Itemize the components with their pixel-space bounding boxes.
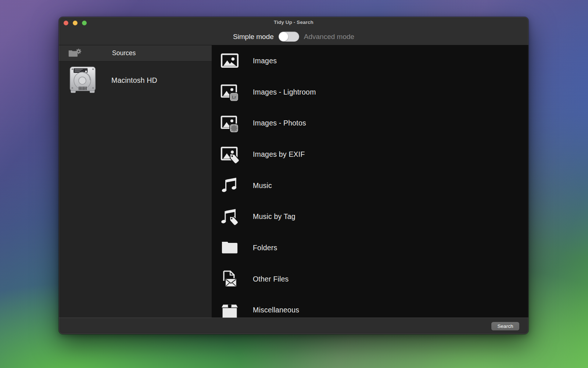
sources-list: Macintosh HD [59, 61, 212, 99]
sources-header: Sources [59, 45, 212, 61]
app-window: Tidy Up - Search Simple mode Advanced mo… [59, 17, 528, 334]
toggle-knob [279, 32, 288, 41]
other-files-icon [220, 269, 240, 289]
images-exif-icon [220, 144, 240, 164]
content-area: Sources Macintosh HD Images Images - Lig… [59, 45, 528, 318]
search-type-label: Folders [253, 244, 277, 252]
folder-gear-icon [68, 49, 81, 58]
search-type-images-lightroom[interactable]: Images - Lightroom [212, 77, 528, 108]
footer-bar: Search [59, 318, 528, 334]
simple-mode-label: Simple mode [233, 33, 274, 41]
search-type-label: Images - Photos [253, 119, 306, 127]
search-type-label: Other Files [253, 275, 289, 283]
sidebar-item-macintosh-hd[interactable]: Macintosh HD [59, 61, 212, 99]
search-type-music-by-tag[interactable]: Music by Tag [212, 201, 528, 232]
sources-label: Sources [112, 49, 136, 57]
search-type-label: Images [253, 57, 277, 65]
images-photos-icon [220, 113, 240, 133]
search-type-other-files[interactable]: Other Files [212, 263, 528, 295]
images-lightroom-icon [220, 82, 240, 102]
search-type-label: Images - Lightroom [253, 88, 316, 96]
sidebar: Sources Macintosh HD [59, 45, 212, 318]
music-tag-icon [220, 207, 240, 227]
search-type-miscellaneous[interactable]: Miscellaneous [212, 295, 528, 318]
miscellaneous-icon [220, 300, 240, 318]
folders-icon [220, 238, 240, 258]
search-type-images-by-exif[interactable]: Images by EXIF [212, 139, 528, 170]
search-type-label: Miscellaneous [253, 306, 299, 314]
images-icon [220, 51, 240, 71]
search-type-images-photos[interactable]: Images - Photos [212, 107, 528, 139]
search-type-list: Images Images - Lightroom Images - Photo… [212, 45, 528, 318]
search-type-folders[interactable]: Folders [212, 232, 528, 263]
search-type-label: Music by Tag [253, 212, 295, 221]
hard-drive-icon [67, 65, 98, 96]
search-type-music[interactable]: Music [212, 170, 528, 201]
search-button[interactable]: Search [491, 322, 519, 330]
titlebar: Tidy Up - Search Simple mode Advanced mo… [59, 17, 528, 45]
mode-toggle-switch[interactable] [279, 32, 299, 42]
advanced-mode-label: Advanced mode [304, 33, 354, 41]
window-title: Tidy Up - Search [59, 20, 528, 25]
mode-row: Simple mode Advanced mode [59, 32, 528, 42]
music-icon [220, 176, 240, 195]
sidebar-item-label: Macintosh HD [111, 76, 157, 85]
search-type-label: Images by EXIF [253, 150, 305, 159]
search-type-label: Music [253, 181, 272, 190]
search-type-images[interactable]: Images [212, 45, 528, 77]
